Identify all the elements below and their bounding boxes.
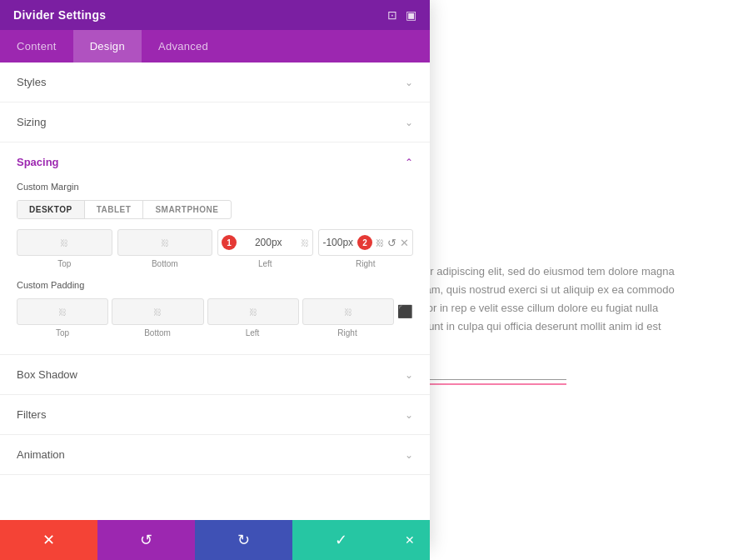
device-tab-desktop[interactable]: DESKTOP — [17, 201, 85, 218]
reset-icon[interactable]: ↺ — [387, 237, 396, 249]
panel-icon-1[interactable]: ⊡ — [387, 8, 397, 22]
link-icon-bottom[interactable]: ⛓ — [161, 238, 169, 248]
minimize-button[interactable]: ✕ — [390, 520, 430, 560]
undo-button[interactable]: ↺ — [97, 520, 195, 560]
spacing-label: Spacing — [17, 156, 59, 168]
padding-left-group: ⛓ — [207, 298, 299, 325]
badge-2: 2 — [357, 235, 372, 250]
action-bar: ✕ ↺ ↻ ✓ ✕ — [0, 520, 430, 560]
animation-chevron: ⌄ — [405, 449, 413, 461]
margin-right-group: -100px 2 ⛓ ↺ ✕ — [318, 229, 414, 256]
margin-bottom-group: ⛓ — [117, 229, 213, 256]
padding-labels-right: Left Right — [207, 328, 393, 338]
margin-left-box[interactable]: 1 200px ⛓ — [217, 229, 313, 256]
box-shadow-label: Box Shadow — [17, 368, 77, 381]
link-icon-pleft[interactable]: ⛓ — [249, 308, 257, 317]
padding-labels: Top Bottom Left Right — [17, 328, 413, 338]
padding-right-pair: ⛓ ⛓ — [207, 298, 395, 325]
styles-chevron: ⌄ — [405, 77, 413, 88]
spacer — [396, 328, 413, 338]
custom-padding-section: Custom Padding ⛓ ⛓ — [17, 280, 413, 338]
settings-panel: Divider Settings ⊡ ▣ Content Design Adva… — [0, 0, 430, 550]
margin-left-value: 200px — [239, 237, 298, 248]
margin-labels: Top Bottom Left Right — [17, 259, 413, 268]
padding-bottom-box[interactable]: ⛓ — [112, 298, 203, 325]
link-icon-left[interactable]: ⛓ — [301, 238, 309, 248]
tab-design[interactable]: Design — [73, 30, 142, 62]
animation-label: Animation — [17, 448, 65, 461]
spacing-chevron-up: ⌃ — [405, 157, 413, 168]
plabel-right: Right — [302, 328, 393, 338]
filters-label: Filters — [17, 408, 46, 421]
animation-section[interactable]: Animation ⌄ — [0, 435, 430, 475]
padding-left-box[interactable]: ⛓ — [207, 298, 299, 325]
plabel-left: Left — [207, 328, 298, 338]
badge-1: 1 — [222, 235, 237, 250]
device-tab-tablet[interactable]: TABLET — [85, 201, 144, 218]
padding-top-group: ⛓ — [17, 298, 108, 325]
filters-section[interactable]: Filters ⌄ — [0, 395, 430, 435]
spacing-content: Custom Margin DESKTOP TABLET SMARTPHONE … — [0, 182, 430, 354]
panel-title: Divider Settings — [13, 8, 106, 22]
panel-icon-2[interactable]: ▣ — [406, 8, 416, 22]
panel-header-icons: ⊡ ▣ — [387, 8, 416, 22]
padding-labels-left: Top Bottom — [17, 328, 203, 338]
link-icon-top[interactable]: ⛓ — [60, 238, 68, 248]
link-icon-right[interactable]: ⛓ — [376, 238, 384, 248]
margin-top-box[interactable]: ⛓ — [17, 229, 112, 256]
sizing-section[interactable]: Sizing ⌄ — [0, 102, 430, 142]
link-icon-pright[interactable]: ⛓ — [344, 308, 352, 317]
margin-fields: ⛓ ⛓ 1 200px ⛓ — [17, 229, 413, 256]
device-tabs: DESKTOP TABLET SMARTPHONE — [17, 200, 232, 219]
plabel-top: Top — [17, 328, 108, 338]
plabel-bottom: Bottom — [112, 328, 203, 338]
sizing-label: Sizing — [17, 116, 46, 128]
box-shadow-section[interactable]: Box Shadow ⌄ — [0, 355, 430, 395]
padding-right-group: ⛓ — [302, 298, 394, 325]
label-right: Right — [318, 259, 414, 268]
label-top: Top — [17, 259, 112, 268]
margin-bottom-box[interactable]: ⛓ — [117, 229, 213, 256]
padding-bottom-group: ⛓ — [112, 298, 203, 325]
cancel-button[interactable]: ✕ — [0, 520, 97, 560]
spacing-section: Spacing ⌃ Custom Margin DESKTOP TABLET S… — [0, 142, 430, 355]
padding-top-box[interactable]: ⛓ — [17, 298, 108, 325]
margin-top-group: ⛓ — [17, 229, 112, 256]
tab-advanced[interactable]: Advanced — [142, 30, 225, 62]
device-tab-smartphone[interactable]: SMARTPHONE — [143, 201, 230, 218]
sizing-chevron: ⌄ — [405, 117, 413, 128]
panel-tabs: Content Design Advanced — [0, 30, 430, 62]
tab-content[interactable]: Content — [0, 30, 73, 62]
padding-fields-row: ⛓ ⛓ — [17, 298, 413, 325]
spacing-header[interactable]: Spacing ⌃ — [0, 142, 430, 182]
link-icon-ptop[interactable]: ⛓ — [58, 308, 67, 317]
styles-section[interactable]: Styles ⌄ — [0, 62, 430, 102]
panel-header: Divider Settings ⊡ ▣ — [0, 0, 430, 30]
padding-right-box[interactable]: ⛓ — [302, 298, 394, 325]
redo-button[interactable]: ↻ — [195, 520, 292, 560]
responsive-icon[interactable]: ⬛ — [397, 304, 413, 319]
label-left: Left — [217, 259, 313, 268]
save-button[interactable]: ✓ — [292, 520, 390, 560]
padding-left-pair: ⛓ ⛓ — [17, 298, 204, 325]
margin-right-box[interactable]: -100px 2 ⛓ ↺ ✕ — [318, 229, 414, 256]
custom-margin-label: Custom Margin — [17, 182, 413, 192]
filters-chevron: ⌄ — [405, 409, 413, 421]
custom-padding-label: Custom Padding — [17, 280, 413, 290]
margin-left-group: 1 200px ⛓ — [217, 229, 313, 256]
label-bottom: Bottom — [117, 259, 213, 268]
close-icon[interactable]: ✕ — [400, 237, 409, 249]
styles-label: Styles — [17, 76, 46, 88]
box-shadow-chevron: ⌄ — [405, 369, 413, 381]
link-icon-pbottom[interactable]: ⛓ — [153, 308, 162, 317]
margin-right-value: -100px — [322, 237, 355, 248]
panel-content: Styles ⌄ Sizing ⌄ Spacing ⌃ Custom Margi… — [0, 62, 430, 522]
